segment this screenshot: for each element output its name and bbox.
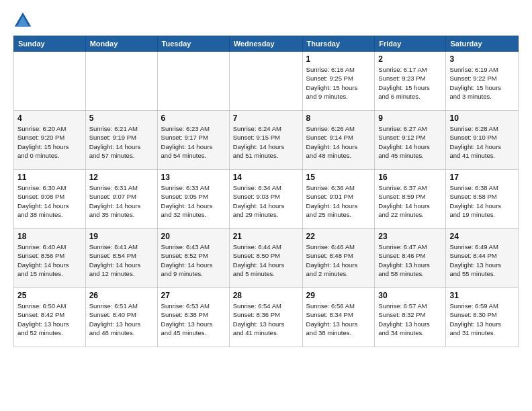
calendar-table: SundayMondayTuesdayWednesdayThursdayFrid… — [13, 36, 519, 347]
calendar-cell: 10Sunrise: 6:28 AM Sunset: 9:10 PM Dayli… — [446, 111, 519, 170]
day-number: 22 — [306, 232, 371, 241]
day-info: Sunrise: 6:16 AM Sunset: 9:25 PM Dayligh… — [306, 65, 371, 101]
day-number: 8 — [306, 113, 371, 123]
day-info: Sunrise: 6:34 AM Sunset: 9:03 PM Dayligh… — [233, 183, 299, 219]
calendar-cell: 21Sunrise: 6:44 AM Sunset: 8:50 PM Dayli… — [229, 229, 302, 288]
calendar-cell: 15Sunrise: 6:36 AM Sunset: 9:01 PM Dayli… — [302, 170, 375, 229]
day-info: Sunrise: 6:43 AM Sunset: 8:52 PM Dayligh… — [161, 242, 226, 278]
day-number: 4 — [17, 113, 82, 123]
calendar-cell: 28Sunrise: 6:54 AM Sunset: 8:36 PM Dayli… — [229, 288, 302, 347]
calendar-cell: 12Sunrise: 6:31 AM Sunset: 9:07 PM Dayli… — [85, 170, 157, 229]
calendar-cell: 31Sunrise: 6:59 AM Sunset: 8:30 PM Dayli… — [446, 288, 519, 347]
day-number: 11 — [17, 173, 82, 182]
calendar-cell — [14, 52, 86, 111]
day-info: Sunrise: 6:54 AM Sunset: 8:36 PM Dayligh… — [233, 302, 299, 337]
day-number: 13 — [161, 173, 226, 182]
calendar-cell — [157, 52, 229, 111]
calendar-cell: 29Sunrise: 6:56 AM Sunset: 8:34 PM Dayli… — [302, 288, 375, 347]
calendar-cell: 14Sunrise: 6:34 AM Sunset: 9:03 PM Dayli… — [229, 170, 302, 229]
day-number: 29 — [306, 291, 371, 300]
day-number: 24 — [449, 232, 515, 241]
day-number: 15 — [306, 173, 371, 182]
calendar-week-2: 4Sunrise: 6:20 AM Sunset: 9:20 PM Daylig… — [14, 111, 519, 170]
day-number: 3 — [449, 54, 515, 64]
day-number: 23 — [378, 232, 442, 241]
calendar-cell: 8Sunrise: 6:26 AM Sunset: 9:14 PM Daylig… — [302, 111, 375, 170]
calendar-cell: 23Sunrise: 6:47 AM Sunset: 8:46 PM Dayli… — [375, 229, 446, 288]
calendar-cell: 30Sunrise: 6:57 AM Sunset: 8:32 PM Dayli… — [375, 288, 446, 347]
calendar-cell: 1Sunrise: 6:16 AM Sunset: 9:25 PM Daylig… — [302, 52, 375, 111]
calendar-cell: 7Sunrise: 6:24 AM Sunset: 9:15 PM Daylig… — [229, 111, 302, 170]
calendar-cell: 2Sunrise: 6:17 AM Sunset: 9:23 PM Daylig… — [375, 52, 446, 111]
day-info: Sunrise: 6:40 AM Sunset: 8:56 PM Dayligh… — [17, 242, 82, 278]
header — [13, 10, 519, 29]
calendar-week-4: 18Sunrise: 6:40 AM Sunset: 8:56 PM Dayli… — [14, 229, 519, 288]
day-info: Sunrise: 6:46 AM Sunset: 8:48 PM Dayligh… — [306, 242, 371, 278]
calendar-cell: 6Sunrise: 6:23 AM Sunset: 9:17 PM Daylig… — [157, 111, 229, 170]
day-number: 2 — [378, 54, 442, 64]
day-number: 1 — [306, 54, 371, 64]
day-info: Sunrise: 6:21 AM Sunset: 9:19 PM Dayligh… — [89, 124, 154, 160]
day-info: Sunrise: 6:33 AM Sunset: 9:05 PM Dayligh… — [161, 183, 226, 219]
day-number: 28 — [233, 291, 299, 300]
calendar-cell: 27Sunrise: 6:53 AM Sunset: 8:38 PM Dayli… — [157, 288, 229, 347]
calendar-cell — [85, 52, 157, 111]
calendar-week-5: 25Sunrise: 6:50 AM Sunset: 8:42 PM Dayli… — [14, 288, 519, 347]
calendar-cell: 25Sunrise: 6:50 AM Sunset: 8:42 PM Dayli… — [14, 288, 86, 347]
day-number: 25 — [17, 291, 82, 300]
day-header-monday: Monday — [85, 36, 157, 52]
day-header-tuesday: Tuesday — [157, 36, 229, 52]
day-number: 6 — [161, 113, 226, 123]
day-info: Sunrise: 6:28 AM Sunset: 9:10 PM Dayligh… — [449, 124, 515, 160]
calendar-cell: 22Sunrise: 6:46 AM Sunset: 8:48 PM Dayli… — [302, 229, 375, 288]
day-number: 9 — [378, 113, 442, 123]
day-header-saturday: Saturday — [446, 36, 519, 52]
day-number: 30 — [378, 291, 442, 300]
calendar-cell: 24Sunrise: 6:49 AM Sunset: 8:44 PM Dayli… — [446, 229, 519, 288]
calendar-cell: 3Sunrise: 6:19 AM Sunset: 9:22 PM Daylig… — [446, 52, 519, 111]
day-number: 20 — [161, 232, 226, 241]
day-number: 10 — [449, 113, 515, 123]
calendar-cell: 16Sunrise: 6:37 AM Sunset: 8:59 PM Dayli… — [375, 170, 446, 229]
day-number: 14 — [233, 173, 299, 182]
calendar-cell: 26Sunrise: 6:51 AM Sunset: 8:40 PM Dayli… — [85, 288, 157, 347]
day-info: Sunrise: 6:56 AM Sunset: 8:34 PM Dayligh… — [306, 302, 371, 337]
day-number: 17 — [449, 173, 515, 182]
day-info: Sunrise: 6:41 AM Sunset: 8:54 PM Dayligh… — [89, 242, 154, 278]
day-header-thursday: Thursday — [302, 36, 375, 52]
calendar-cell: 9Sunrise: 6:27 AM Sunset: 9:12 PM Daylig… — [375, 111, 446, 170]
calendar-week-1: 1Sunrise: 6:16 AM Sunset: 9:25 PM Daylig… — [14, 52, 519, 111]
day-info: Sunrise: 6:20 AM Sunset: 9:20 PM Dayligh… — [17, 124, 82, 160]
day-info: Sunrise: 6:49 AM Sunset: 8:44 PM Dayligh… — [449, 242, 515, 278]
day-number: 19 — [89, 232, 154, 241]
calendar-cell — [229, 52, 302, 111]
day-info: Sunrise: 6:38 AM Sunset: 8:58 PM Dayligh… — [449, 183, 515, 219]
day-info: Sunrise: 6:26 AM Sunset: 9:14 PM Dayligh… — [306, 124, 371, 160]
day-info: Sunrise: 6:51 AM Sunset: 8:40 PM Dayligh… — [89, 302, 154, 337]
calendar-cell: 17Sunrise: 6:38 AM Sunset: 8:58 PM Dayli… — [446, 170, 519, 229]
day-number: 27 — [161, 291, 226, 300]
calendar-cell: 18Sunrise: 6:40 AM Sunset: 8:56 PM Dayli… — [14, 229, 86, 288]
calendar-cell: 11Sunrise: 6:30 AM Sunset: 9:08 PM Dayli… — [14, 170, 86, 229]
day-info: Sunrise: 6:23 AM Sunset: 9:17 PM Dayligh… — [161, 124, 226, 160]
day-info: Sunrise: 6:36 AM Sunset: 9:01 PM Dayligh… — [306, 183, 371, 219]
day-info: Sunrise: 6:24 AM Sunset: 9:15 PM Dayligh… — [233, 124, 299, 160]
day-info: Sunrise: 6:17 AM Sunset: 9:23 PM Dayligh… — [378, 65, 442, 101]
logo-icon — [13, 10, 32, 29]
calendar-header-row: SundayMondayTuesdayWednesdayThursdayFrid… — [14, 36, 519, 52]
day-number: 12 — [89, 173, 154, 182]
day-info: Sunrise: 6:19 AM Sunset: 9:22 PM Dayligh… — [449, 65, 515, 101]
day-info: Sunrise: 6:37 AM Sunset: 8:59 PM Dayligh… — [378, 183, 442, 219]
day-header-wednesday: Wednesday — [229, 36, 302, 52]
day-number: 31 — [449, 291, 515, 300]
calendar-week-3: 11Sunrise: 6:30 AM Sunset: 9:08 PM Dayli… — [14, 170, 519, 229]
day-number: 18 — [17, 232, 82, 241]
day-number: 7 — [233, 113, 299, 123]
day-info: Sunrise: 6:27 AM Sunset: 9:12 PM Dayligh… — [378, 124, 442, 160]
calendar-cell: 4Sunrise: 6:20 AM Sunset: 9:20 PM Daylig… — [14, 111, 86, 170]
day-number: 16 — [378, 173, 442, 182]
logo — [13, 10, 35, 29]
day-number: 5 — [89, 113, 154, 123]
calendar-cell: 5Sunrise: 6:21 AM Sunset: 9:19 PM Daylig… — [85, 111, 157, 170]
day-info: Sunrise: 6:53 AM Sunset: 8:38 PM Dayligh… — [161, 302, 226, 337]
